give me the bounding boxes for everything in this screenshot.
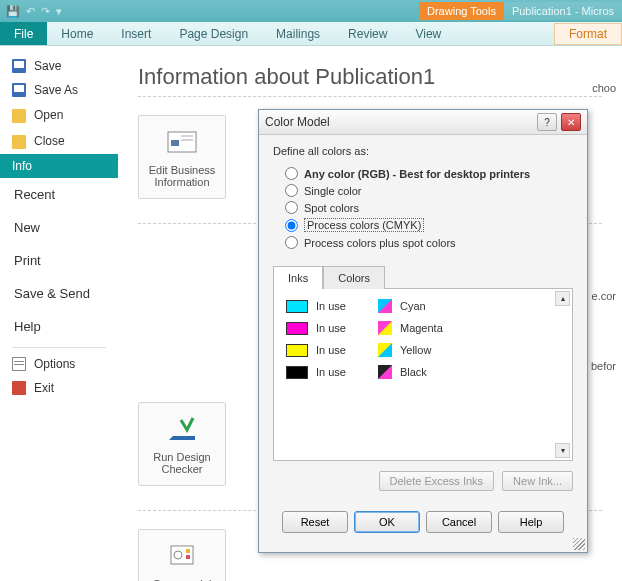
define-colors-label: Define all colors as:: [273, 145, 573, 157]
option-single-label: Single color: [304, 185, 361, 197]
tab-page-design[interactable]: Page Design: [165, 22, 262, 45]
ink-icon: [378, 365, 392, 379]
folder-open-icon: [12, 109, 26, 123]
nav-help[interactable]: Help: [0, 310, 118, 343]
new-ink-button: New Ink...: [502, 471, 573, 491]
nav-close[interactable]: Close: [0, 128, 118, 154]
tab-file[interactable]: File: [0, 22, 47, 45]
radio-rgb[interactable]: [285, 167, 298, 180]
window-titlebar: 💾 ↶ ↷ ▾ Drawing Tools Publication1 - Mic…: [0, 0, 622, 22]
option-rgb-label: Any color (RGB) - Best for desktop print…: [304, 168, 530, 180]
folder-close-icon: [12, 135, 26, 149]
option-cmyk[interactable]: Process colors (CMYK): [273, 216, 573, 234]
cropped-text: e.cor: [592, 290, 616, 302]
commercial-print-icon: [166, 540, 198, 572]
nav-info-label: Info: [12, 159, 32, 173]
nav-exit-label: Exit: [34, 381, 54, 395]
svg-rect-8: [186, 555, 190, 559]
nav-close-label: Close: [34, 134, 65, 148]
tab-inks[interactable]: Inks: [273, 266, 323, 289]
nav-save-as[interactable]: Save As: [0, 78, 118, 102]
tab-insert[interactable]: Insert: [107, 22, 165, 45]
ink-row-black[interactable]: In use Black: [286, 365, 560, 379]
scroll-up-button[interactable]: ▴: [555, 291, 570, 306]
help-button[interactable]: Help: [498, 511, 564, 533]
ink-status: In use: [316, 366, 346, 378]
nav-recent[interactable]: Recent: [0, 178, 118, 211]
page-title: Information about Publication1: [138, 64, 602, 90]
divider: [138, 96, 602, 97]
scroll-down-button[interactable]: ▾: [555, 443, 570, 458]
ink-row-cyan[interactable]: In use Cyan: [286, 299, 560, 313]
dialog-titlebar[interactable]: Color Model ? ✕: [259, 110, 587, 135]
tab-view[interactable]: View: [401, 22, 455, 45]
qat-undo-icon[interactable]: ↶: [26, 5, 35, 18]
radio-spot[interactable]: [285, 201, 298, 214]
ok-button[interactable]: OK: [354, 511, 420, 533]
option-spot-label: Spot colors: [304, 202, 359, 214]
radio-single[interactable]: [285, 184, 298, 197]
cropped-text: befor: [591, 360, 616, 372]
ink-icon: [378, 343, 392, 357]
nav-options[interactable]: Options: [0, 352, 118, 376]
tab-format[interactable]: Format: [554, 23, 622, 45]
close-button[interactable]: ✕: [561, 113, 581, 131]
svg-marker-4: [169, 436, 195, 440]
tile-commercial-print[interactable]: Commercial Print Settings ▾: [138, 529, 226, 581]
help-button[interactable]: ?: [537, 113, 557, 131]
radio-plus-spot[interactable]: [285, 236, 298, 249]
nav-divider: [12, 347, 106, 348]
ribbon: File Home Insert Page Design Mailings Re…: [0, 22, 622, 46]
cropped-text: choo: [592, 82, 616, 94]
qat-redo-icon[interactable]: ↷: [41, 5, 50, 18]
nav-new[interactable]: New: [0, 211, 118, 244]
option-spot[interactable]: Spot colors: [273, 199, 573, 216]
radio-cmyk[interactable]: [285, 219, 298, 232]
nav-print[interactable]: Print: [0, 244, 118, 277]
nav-save-label: Save: [34, 59, 61, 73]
tab-home[interactable]: Home: [47, 22, 107, 45]
backstage-nav: Save Save As Open Close Info Recent New …: [0, 46, 118, 581]
ink-status: In use: [316, 344, 346, 356]
tab-mailings[interactable]: Mailings: [262, 22, 334, 45]
option-rgb[interactable]: Any color (RGB) - Best for desktop print…: [273, 165, 573, 182]
option-cmyk-label: Process colors (CMYK): [304, 218, 424, 232]
reset-button[interactable]: Reset: [282, 511, 348, 533]
exit-icon: [12, 381, 26, 395]
nav-options-label: Options: [34, 357, 75, 371]
ink-name: Magenta: [400, 322, 443, 334]
ink-row-magenta[interactable]: In use Magenta: [286, 321, 560, 335]
option-plus-spot[interactable]: Process colors plus spot colors: [273, 234, 573, 251]
ink-row-yellow[interactable]: In use Yellow: [286, 343, 560, 357]
nav-exit[interactable]: Exit: [0, 376, 118, 400]
delete-excess-inks-button: Delete Excess Inks: [379, 471, 495, 491]
design-checker-icon: [166, 413, 198, 445]
option-single[interactable]: Single color: [273, 182, 573, 199]
swatch-yellow: [286, 344, 308, 357]
qat-dropdown-icon[interactable]: ▾: [56, 5, 62, 18]
ink-status: In use: [316, 322, 346, 334]
ink-name: Black: [400, 366, 427, 378]
nav-save[interactable]: Save: [0, 54, 118, 78]
ink-icon: [378, 299, 392, 313]
inks-list: ▴ In use Cyan In use Magenta In use: [273, 289, 573, 461]
options-icon: [12, 357, 26, 371]
ink-name: Cyan: [400, 300, 426, 312]
nav-save-send[interactable]: Save & Send: [0, 277, 118, 310]
nav-open[interactable]: Open: [0, 102, 118, 128]
tile-edit-business-info[interactable]: Edit Business Information: [138, 115, 226, 199]
qat-save-icon[interactable]: 💾: [6, 5, 20, 18]
nav-info[interactable]: Info: [0, 154, 118, 178]
cancel-button[interactable]: Cancel: [426, 511, 492, 533]
dialog-color-model: Color Model ? ✕ Define all colors as: An…: [258, 109, 588, 553]
tile-design-checker[interactable]: Run Design Checker: [138, 402, 226, 486]
svg-rect-7: [186, 549, 190, 553]
dialog-tabstrip: Inks Colors: [273, 265, 573, 289]
tab-review[interactable]: Review: [334, 22, 401, 45]
context-tab-drawing-tools: Drawing Tools: [419, 2, 504, 20]
tab-colors[interactable]: Colors: [323, 266, 385, 289]
tile-label: Run Design Checker: [153, 451, 210, 475]
resize-grip[interactable]: [573, 538, 585, 550]
swatch-magenta: [286, 322, 308, 335]
swatch-cyan: [286, 300, 308, 313]
